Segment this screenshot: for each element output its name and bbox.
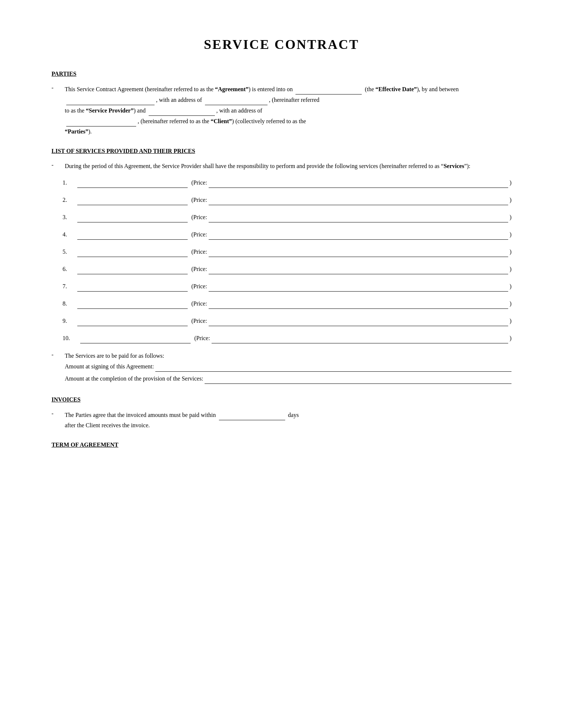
price-blank-6[interactable] — [209, 264, 508, 274]
parties-the: (the — [363, 86, 375, 92]
service-item-1: 1. (Price: ) — [63, 177, 511, 188]
payment-dash-icon: - — [52, 351, 62, 385]
service-name-blank-9[interactable] — [77, 315, 188, 326]
parties-client-ref: , (hereinafter referred to as the — [138, 118, 211, 124]
service-item-3: 3. (Price: ) — [63, 212, 511, 222]
service-num-1: 1. — [63, 178, 77, 188]
service-num-6: 6. — [63, 264, 77, 274]
price-close-4: ) — [510, 229, 511, 240]
invoices-paragraph: - The Parties agree that the invoiced am… — [52, 410, 511, 431]
invoices-days-label: days — [287, 412, 299, 418]
price-blank-4[interactable] — [209, 229, 508, 240]
parties-p2: ), by and between — [417, 86, 459, 92]
parties-p4: , (hereinafter referred — [269, 97, 319, 103]
service-name-blank-6[interactable] — [77, 264, 188, 274]
parties-section: PARTIES - This Service Contract Agreemen… — [52, 71, 511, 137]
service-name-blank-7[interactable] — [77, 281, 188, 292]
price-label-6: (Price: — [191, 264, 207, 274]
price-label-8: (Price: — [191, 299, 207, 309]
parties-text: This Service Contract Agreement (hereina… — [65, 84, 511, 137]
payment-completion-row: Amount at the completion of the provisio… — [65, 373, 511, 384]
agreement-term: “Agreement” — [215, 86, 248, 92]
service-name-blank-1[interactable] — [77, 177, 188, 188]
payment-intro: The Services are to be paid for as follo… — [65, 351, 511, 361]
payment-completion-blank[interactable] — [205, 373, 511, 384]
price-blank-10[interactable] — [212, 333, 508, 343]
payment-signing-blank[interactable] — [155, 361, 511, 372]
parties-intro: This Service Contract Agreement (hereina… — [65, 86, 215, 92]
invoices-intro: The Parties agree that the invoiced amou… — [65, 412, 217, 418]
service-num-5: 5. — [63, 247, 77, 257]
service-num-7: 7. — [63, 281, 77, 292]
parties-term: “Parties” — [65, 128, 88, 135]
price-blank-7[interactable] — [209, 281, 508, 292]
price-close-3: ) — [510, 212, 511, 222]
price-label-2: (Price: — [191, 195, 207, 205]
payment-content: The Services are to be paid for as follo… — [65, 351, 511, 385]
parties-p3: , with an address of — [156, 97, 203, 103]
payment-completion-label: Amount at the completion of the provisio… — [65, 374, 203, 384]
service-provider-term: “Service Provider” — [86, 107, 134, 114]
invoice-days-blank[interactable] — [219, 410, 285, 420]
payment-signing-row: Amount at signing of this Agreement: — [65, 361, 511, 372]
price-close-2: ) — [510, 195, 511, 205]
price-label-5: (Price: — [191, 247, 207, 257]
service-item-2: 2. (Price: ) — [63, 195, 511, 205]
payment-signing-label: Amount at signing of this Agreement: — [65, 361, 154, 372]
page-title: SERVICE CONTRACT — [52, 37, 511, 52]
client-address-blank[interactable] — [66, 116, 136, 126]
price-close-7: ) — [510, 281, 511, 292]
service-name-blank-2[interactable] — [77, 195, 188, 205]
parties-to-as: to as the — [65, 107, 86, 114]
price-blank-1[interactable] — [209, 177, 508, 188]
dash-icon: - — [52, 85, 62, 137]
payment-paragraph: - The Services are to be paid for as fol… — [52, 351, 511, 385]
price-blank-8[interactable] — [209, 298, 508, 309]
service-item-5: 5. (Price: ) — [63, 246, 511, 257]
invoices-heading: INVOICES — [52, 396, 511, 403]
service-name-blank-8[interactable] — [77, 298, 188, 309]
service-item-7: 7. (Price: ) — [63, 281, 511, 292]
service-num-8: 8. — [63, 299, 77, 309]
service-num-2: 2. — [63, 195, 77, 205]
price-blank-2[interactable] — [209, 195, 508, 205]
service-item-10: 10. (Price: ) — [63, 333, 511, 343]
price-label-9: (Price: — [191, 316, 207, 326]
effective-date-blank[interactable] — [295, 84, 362, 94]
parties-with: , with an address of — [216, 107, 262, 114]
price-close-6: ) — [510, 264, 511, 274]
parties-paragraph: - This Service Contract Agreement (herei… — [52, 84, 511, 137]
price-label-10: (Price: — [194, 333, 210, 343]
parties-collectively: ) (collectively referred to as the — [232, 118, 306, 124]
service-num-3: 3. — [63, 212, 77, 222]
price-close-1: ) — [510, 178, 511, 188]
effective-date-term: “Effective Date” — [375, 86, 417, 92]
client-name-blank[interactable] — [149, 105, 215, 116]
service-num-4: 4. — [63, 229, 77, 240]
services-intro-text: During the period of this Agreement, the… — [65, 161, 511, 171]
price-close-10: ) — [510, 333, 511, 343]
service-item-8: 8. (Price: ) — [63, 298, 511, 309]
parties-p1: ) is entered into on — [249, 86, 294, 92]
price-label-3: (Price: — [191, 212, 207, 222]
service-name-blank-4[interactable] — [77, 229, 188, 240]
price-blank-3[interactable] — [209, 212, 508, 222]
services-heading: LIST OF SERVICES PROVIDED AND THEIR PRIC… — [52, 148, 511, 154]
price-blank-9[interactable] — [209, 315, 508, 326]
service-provider-name-blank[interactable] — [66, 94, 155, 105]
price-close-5: ) — [510, 247, 511, 257]
services-intro-paragraph: - During the period of this Agreement, t… — [52, 161, 511, 171]
price-blank-5[interactable] — [209, 246, 508, 257]
service-num-9: 9. — [63, 316, 77, 326]
price-label-4: (Price: — [191, 229, 207, 240]
price-label-1: (Price: — [191, 178, 207, 188]
invoices-section: INVOICES - The Parties agree that the in… — [52, 396, 511, 431]
service-name-blank-5[interactable] — [77, 246, 188, 257]
service-item-9: 9. (Price: ) — [63, 315, 511, 326]
services-list: 1. (Price: ) 2. (Price: ) 3. (Price: — [63, 177, 511, 343]
price-close-8: ) — [510, 299, 511, 309]
service-name-blank-3[interactable] — [77, 212, 188, 222]
price-label-7: (Price: — [191, 281, 207, 292]
service-provider-address-blank[interactable] — [205, 94, 268, 105]
service-name-blank-10[interactable] — [80, 333, 191, 343]
